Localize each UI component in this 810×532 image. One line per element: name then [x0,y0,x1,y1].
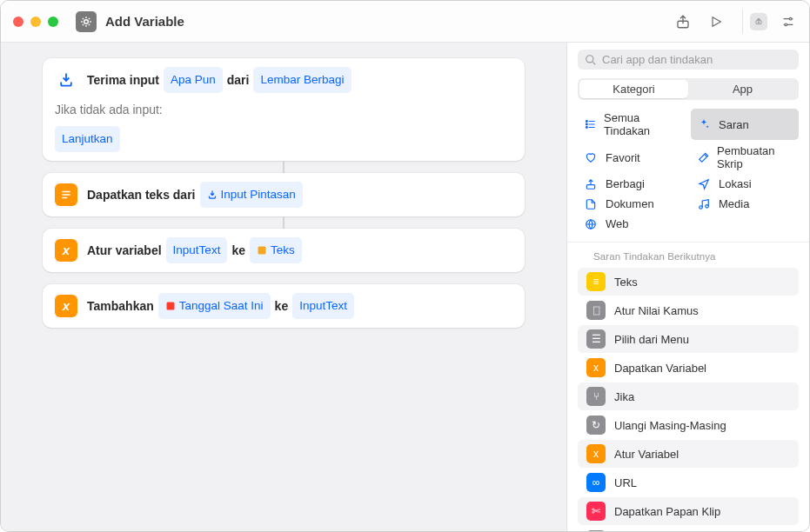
category-label: Pembuatan Skrip [717,144,792,170]
category-label: Saran [719,118,749,131]
category-sharing[interactable]: Berbagi [578,175,686,193]
share-icon[interactable] [674,13,692,30]
category-suggestions[interactable]: Saran [691,109,799,140]
to-label: ke [231,239,245,262]
svg-point-14 [706,204,709,208]
variable-name-token[interactable]: InputText [166,237,228,263]
suggestion-icon: ⎕ [586,301,606,320]
category-label: Lokasi [719,177,752,190]
tab-apps[interactable]: App [688,80,797,98]
suggestion-item[interactable]: ✄Dapatkan Papan Klip [578,497,799,525]
close-button[interactable] [13,17,23,27]
category-all-actions[interactable]: Semua Tindakan [578,109,686,140]
action-card-get-text[interactable]: Dapatkan teks dari Input Pintasan [43,173,525,216]
document-icon [585,198,599,210]
svg-rect-12 [586,184,594,189]
run-icon[interactable] [707,13,725,30]
maximize-button[interactable] [48,17,58,27]
svg-point-9 [586,121,587,123]
suggestion-icon: x [586,358,606,377]
category-label: Berbagi [606,177,645,190]
from-label: dari [227,69,250,91]
window-title: Add Variable [105,14,674,29]
app-icon [76,11,97,32]
list-icon [585,118,597,130]
suggestion-label: Ulangi Masing-Masing [614,419,726,432]
svg-rect-6 [258,247,265,255]
magic-variable-token[interactable]: Input Pintasan [200,182,303,208]
token-label: Teks [271,239,295,262]
suggestions-list: Saran Tindakan Berikutnya ≡Teks⎕Atur Nil… [567,243,809,531]
search-input[interactable] [602,53,792,66]
suggestion-label: Dapatkan Papan Klip [614,505,720,518]
category-label: Favorit [606,151,640,164]
action-card-append-variable[interactable]: x Tambahkan Tanggal Saat Ini ke InputTex… [43,284,525,328]
suggestion-item[interactable]: ⎕Atur Nilai Kamus [578,296,799,324]
library-icon[interactable] [750,13,767,30]
suggestion-icon: ✄ [586,502,606,521]
continue-token[interactable]: Lanjutkan [55,126,120,152]
search-field[interactable] [578,50,799,70]
category-favorites[interactable]: Favorit [578,142,686,173]
settings-icon[interactable] [780,13,797,30]
suggestion-label: Atur Nilai Kamus [614,304,699,317]
suggestion-item[interactable]: ☰Pilih dari Menu [578,325,799,353]
suggestion-item[interactable]: ☰Pilih dari Daftar [578,526,799,531]
category-label: Semua Tindakan [604,111,679,137]
category-documents[interactable]: Dokumen [578,195,686,213]
suggestions-header: Saran Tindakan Berikutnya [574,249,802,267]
action-card-receive-input[interactable]: Terima input Apa Pun dari Lembar Berbagi… [43,58,525,161]
input-type-token[interactable]: Apa Pun [164,67,223,93]
suggestion-icon: ∞ [586,473,606,492]
minimize-button[interactable] [30,17,41,27]
suggestion-label: Jika [614,390,634,403]
svg-point-10 [586,123,587,125]
variable-value-token[interactable]: Teks [250,237,302,263]
input-source-token[interactable]: Lembar Berbagi [253,67,351,93]
window-controls [13,17,58,27]
suggestion-item[interactable]: ⑂Jika [578,382,799,410]
svg-point-5 [785,23,787,26]
token-label: Tanggal Saat Ini [179,295,264,317]
variable-icon: x [55,239,77,262]
category-scripting[interactable]: Pembuatan Skrip [691,142,799,173]
suggestion-icon: ⑂ [586,387,606,406]
action-title: Atur variabel [87,239,162,262]
category-list: Semua Tindakan Saran Favorit [567,109,809,243]
suggestion-icon: ≡ [586,272,606,291]
suggestion-icon: x [586,444,606,463]
heart-icon [585,151,599,163]
suggestion-label: Atur Variabel [614,448,679,461]
suggestion-label: Pilih dari Menu [614,333,689,346]
append-variable-token[interactable]: InputText [292,293,354,319]
variable-icon: x [55,295,77,317]
titlebar: Add Variable [1,1,809,43]
suggestion-icon: ☰ [586,530,606,531]
action-card-set-variable[interactable]: x Atur variabel InputText ke Teks [43,229,525,272]
suggestion-item[interactable]: ∞URL [578,469,799,496]
append-value-token[interactable]: Tanggal Saat Ini [158,293,271,319]
suggestion-item[interactable]: xDapatkan Variabel [578,354,799,382]
category-media[interactable]: Media [691,195,799,213]
share-icon [585,178,599,190]
suggestion-icon: ↻ [586,416,606,435]
tab-categories[interactable]: Kategori [579,80,688,98]
suggestion-icon: ☰ [586,329,606,349]
action-title: Dapatkan teks dari [87,183,196,206]
category-location[interactable]: Lokasi [691,175,799,193]
actions-sidebar: Kategori App Semua Tindakan Saran [567,43,809,531]
connector-line [283,216,285,229]
action-title: Tambahkan [87,295,154,317]
suggestion-item[interactable]: ≡Teks [578,268,799,296]
suggestion-item[interactable]: xAtur Variabel [578,440,799,468]
svg-rect-7 [166,303,174,310]
svg-point-4 [789,17,792,20]
suggestion-label: Dapatkan Variabel [614,362,706,375]
input-icon [55,69,77,91]
category-label: Media [719,197,749,210]
wand-icon [698,151,710,163]
music-icon [698,198,712,210]
suggestion-item[interactable]: ↻Ulangi Masing-Masing [578,411,799,439]
category-web[interactable]: Web [578,215,686,233]
to-label: ke [275,295,289,317]
